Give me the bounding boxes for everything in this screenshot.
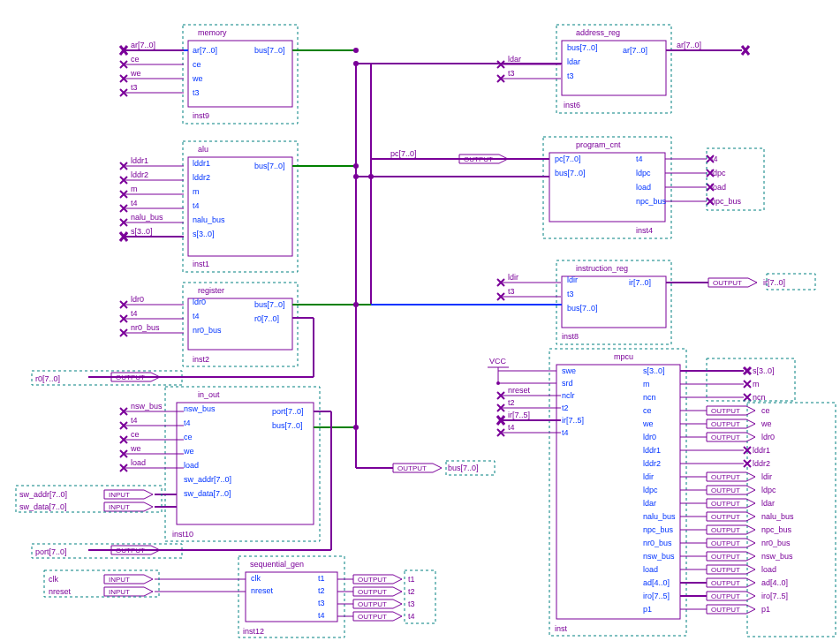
port-label: port[7..0]	[35, 547, 67, 556]
svg-text:OUTPUT: OUTPUT	[116, 547, 145, 554]
pin-s[3..0]: s[3..0]	[643, 366, 665, 375]
block-addr-reg: address_reg inst6	[556, 25, 671, 113]
pin-ldpc: ldpc	[643, 486, 658, 494]
svg-text:OUTPUT: OUTPUT	[711, 513, 740, 521]
pin-m: m	[193, 187, 200, 196]
sig-sw_addr[7..0]: sw_addr[7..0]	[19, 490, 67, 499]
pin-lddr2: lddr2	[643, 459, 661, 468]
pin-pc[7..0]: pc[7..0]	[555, 155, 581, 163]
svg-text:OUTPUT: OUTPUT	[711, 606, 740, 614]
sig-t4: t4	[131, 309, 138, 318]
svg-point-37	[353, 174, 359, 179]
pin-t4: t4	[562, 428, 569, 437]
pin-bus[7..0]: bus[7..0]	[567, 304, 598, 313]
pin-ncn: ncn	[643, 393, 656, 402]
pin-bus[7..0]: bus[7..0]	[254, 46, 285, 55]
pin-t4: t4	[636, 155, 643, 163]
svg-text:OUTPUT: OUTPUT	[464, 155, 493, 163]
sig-t4: t4	[508, 423, 515, 432]
svg-text:lddr1: lddr1	[753, 446, 770, 455]
pin-nsw_bus: nsw_bus	[184, 404, 216, 413]
svg-text:clk: clk	[49, 575, 58, 584]
outlabel-ldr0: ldr0	[761, 433, 775, 441]
pin-we: we	[642, 419, 654, 428]
svg-text:INPUT: INPUT	[109, 491, 130, 499]
svg-text:OUTPUT: OUTPUT	[358, 576, 387, 584]
pin-load: load	[184, 461, 199, 470]
seq-gen-title: sequential_gen	[250, 560, 304, 569]
in-out-title: in_out	[198, 390, 220, 399]
svg-point-28	[353, 163, 359, 169]
mpcu-inst: inst	[555, 624, 568, 633]
svg-text:OUTPUT: OUTPUT	[711, 407, 740, 415]
ar-x-right	[742, 46, 749, 55]
pin-nclr: nclr	[562, 391, 575, 400]
outlabel-ldar: ldar	[761, 499, 775, 508]
sig-lddr1: lddr1	[131, 156, 148, 165]
outlabel-nalu_bus: nalu_bus	[761, 512, 794, 521]
pin-r0[7..0]: r0[7..0]	[254, 314, 279, 323]
pin-bus[7..0]: bus[7..0]	[254, 162, 285, 170]
sig-ar[7..0]: ar[7..0]	[131, 41, 155, 49]
svg-text:INPUT: INPUT	[109, 503, 130, 511]
pin-port[7..0]: port[7..0]	[272, 407, 304, 416]
sig-lddr2: lddr2	[131, 170, 148, 179]
alu-inst: inst1	[193, 260, 209, 268]
svg-text:OUTPUT: OUTPUT	[711, 579, 740, 587]
svg-text:OUTPUT: OUTPUT	[711, 473, 740, 481]
pin-bus[7..0]: bus[7..0]	[555, 169, 586, 177]
svg-text:lddr2: lddr2	[753, 459, 770, 468]
pin-ldpc: ldpc	[636, 169, 651, 177]
pin-t3: t3	[567, 290, 574, 298]
pin-ar[7..0]: ar[7..0]	[623, 46, 647, 55]
prog-cnt-title: program_cnt	[576, 140, 621, 149]
outlabel-npc_bus: npc_bus	[761, 525, 792, 534]
svg-text:OUTPUT: OUTPUT	[116, 373, 145, 381]
outlabel-load: load	[761, 565, 776, 574]
pin-ad[4..0]: ad[4..0]	[643, 578, 670, 587]
pin-t3: t3	[193, 88, 200, 97]
svg-point-32	[353, 425, 359, 430]
svg-text:OUTPUT: OUTPUT	[711, 592, 740, 600]
outlabel-ldir: ldir	[761, 472, 772, 481]
sig-t3: t3	[508, 69, 515, 78]
svg-text:OUTPUT: OUTPUT	[711, 434, 740, 441]
sig-s[3..0]: s[3..0]	[131, 227, 153, 236]
svg-point-38	[368, 174, 374, 179]
svg-text:nreset: nreset	[49, 587, 72, 596]
outlabel-ldpc: ldpc	[761, 486, 776, 494]
pin-load: load	[643, 565, 658, 574]
sig-nalu_bus: nalu_bus	[131, 213, 163, 222]
pin-t4: t4	[184, 419, 191, 427]
svg-point-26	[353, 48, 359, 53]
svg-text:INPUT: INPUT	[109, 576, 130, 584]
pin-ir[7..0]: ir[7..0]	[629, 278, 651, 287]
sig-ldr0: ldr0	[131, 295, 144, 304]
svg-point-30	[353, 302, 359, 307]
pin-nalu_bus: nalu_bus	[643, 512, 676, 521]
pin-nr0_bus: nr0_bus	[643, 539, 672, 547]
pin-nalu_bus: nalu_bus	[193, 215, 225, 224]
outlabel-ce: ce	[761, 406, 770, 415]
ins-reg-title: instruction_reg	[576, 264, 628, 273]
pin-t3: t3	[567, 72, 574, 80]
svg-text:pc[7..0]: pc[7..0]	[390, 149, 417, 158]
pin-nreset: nreset	[251, 586, 274, 595]
block-ins-reg: instruction_reg inst8	[556, 260, 671, 344]
pin-ce: ce	[643, 406, 652, 415]
sig-t2: t2	[508, 398, 515, 407]
schematic-canvas: memory inst9 alu inst1 register inst2 in…	[0, 0, 840, 641]
pin-m: m	[643, 380, 650, 388]
svg-text:OUTPUT: OUTPUT	[711, 539, 740, 547]
outlabel-iro[7..5]: iro[7..5]	[761, 592, 788, 600]
pin-we: we	[192, 74, 203, 83]
pin-ldir: ldir	[643, 472, 654, 481]
pin-ce: ce	[193, 60, 201, 69]
sig-ce: ce	[131, 430, 140, 439]
svg-text:npc_bus: npc_bus	[711, 197, 742, 206]
svg-text:OUTPUT: OUTPUT	[711, 486, 740, 494]
outlabel-nr0_bus: nr0_bus	[761, 539, 791, 547]
sig-ir[7..5]: ir[7..5]	[508, 411, 530, 419]
register-title: register	[198, 286, 224, 295]
svg-text:OUTPUT: OUTPUT	[358, 588, 387, 596]
